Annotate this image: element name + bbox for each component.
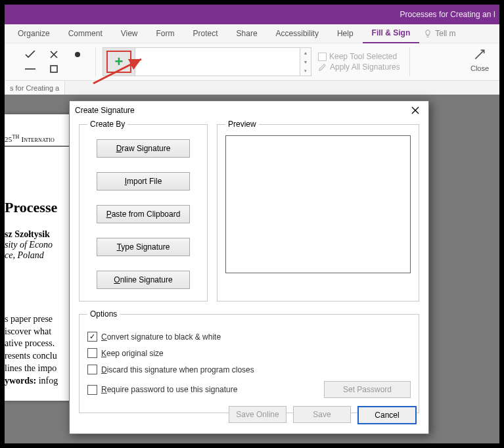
ribbon-options: Keep Tool Selected Apply All Signatures — [318, 52, 400, 72]
menu-fill-and-sign[interactable]: Fill & Sign — [363, 24, 420, 43]
discard-on-close-label: Discard this signature when program clos… — [101, 365, 254, 374]
lightbulb-icon — [423, 29, 432, 38]
keep-tool-selected[interactable]: Keep Tool Selected — [318, 52, 400, 61]
convert-bw-checkbox[interactable] — [87, 332, 97, 342]
apply-all-signatures[interactable]: Apply All Signatures — [318, 62, 400, 72]
mark-x-icon[interactable] — [48, 50, 60, 59]
keywords-text: infog — [36, 376, 58, 386]
dialog-close-button[interactable] — [407, 102, 423, 118]
apply-all-label: Apply All Signatures — [330, 62, 400, 72]
spinner-more-icon[interactable]: ▾ — [300, 66, 311, 76]
checkbox-icon — [318, 53, 327, 61]
menu-view[interactable]: View — [112, 24, 147, 43]
keep-tool-label: Keep Tool Selected — [329, 52, 397, 61]
type-signature-button[interactable]: Type Signature — [97, 238, 190, 256]
add-signature-highlight: + — [106, 51, 131, 73]
close-ribbon-icon — [467, 46, 493, 63]
tell-me-label: Tell m — [435, 29, 455, 38]
ribbon: + ▲ ▼ ▾ Keep Tool Selected Apply All Sig — [5, 43, 499, 81]
ribbon-separator-2 — [409, 47, 410, 76]
close-ribbon-label: Close — [467, 64, 493, 72]
page-header-num: 25 — [5, 135, 12, 143]
paste-from-clipboard-button[interactable]: Paste from Clipboard — [97, 205, 190, 223]
signature-preview-box — [225, 135, 411, 273]
mark-line-icon[interactable] — [24, 64, 36, 74]
svg-rect-2 — [51, 66, 57, 72]
create-by-group: Create By Draw Signature Import File Pas… — [79, 120, 208, 302]
menu-form[interactable]: Form — [147, 24, 184, 43]
mark-check-icon[interactable] — [24, 50, 36, 59]
menu-protect[interactable]: Protect — [184, 24, 227, 43]
save-online-button: Save Online — [229, 406, 286, 423]
require-password-checkbox[interactable] — [87, 385, 97, 395]
keywords-label: ywords: — [5, 376, 36, 386]
spinner-up-icon[interactable]: ▲ — [300, 48, 311, 57]
menu-comment[interactable]: Comment — [59, 24, 112, 43]
keep-original-size-checkbox[interactable] — [87, 348, 97, 358]
keep-original-size-label: Keep original size — [101, 349, 164, 358]
ribbon-separator — [95, 47, 96, 76]
add-signature-slot[interactable]: + — [103, 47, 135, 76]
dialog-title: Create Signature — [75, 106, 135, 115]
import-file-button[interactable]: Import File — [97, 172, 190, 190]
require-password-label: Require password to use this signature — [101, 385, 237, 394]
fill-marks-group — [24, 50, 83, 74]
options-legend: Options — [87, 309, 120, 319]
set-password-button: Set Password — [324, 381, 411, 398]
spinner-down-icon[interactable]: ▼ — [300, 57, 311, 66]
plus-icon: + — [115, 55, 124, 69]
preview-group: Preview — [217, 120, 419, 302]
cancel-button[interactable]: Cancel — [357, 406, 417, 424]
signature-gallery-strip[interactable] — [135, 47, 300, 76]
options-group: Options Convert signature to black & whi… — [79, 309, 419, 413]
dialog-titlebar: Create Signature — [70, 101, 428, 120]
pen-icon — [318, 62, 327, 72]
save-button: Save — [293, 406, 351, 423]
menu-accessibility[interactable]: Accessibility — [267, 24, 328, 43]
menu-bar: Organize Comment View Form Protect Share… — [5, 24, 499, 43]
ribbon-close-group[interactable]: Close — [467, 46, 493, 72]
tell-me[interactable]: Tell m — [423, 29, 455, 38]
window-title: Processes for Creating an I — [400, 10, 495, 19]
close-icon — [411, 106, 419, 114]
discard-on-close-checkbox[interactable] — [87, 365, 97, 374]
gallery-spinner[interactable]: ▲ ▼ ▾ — [300, 47, 311, 76]
draw-signature-button[interactable]: Draw Signature — [97, 139, 190, 158]
create-signature-dialog: Create Signature Create By Draw Signatur… — [69, 101, 429, 434]
page-header-text: Internatio — [19, 135, 55, 143]
menu-help[interactable]: Help — [328, 24, 363, 43]
signature-gallery: + ▲ ▼ ▾ — [103, 47, 311, 76]
menu-share[interactable]: Share — [227, 24, 267, 43]
document-tabs: s for Creating a — [5, 81, 499, 96]
convert-bw-label: Convert signature to black & white — [101, 332, 221, 342]
page-header-sup: TH — [12, 134, 19, 140]
title-bar: Processes for Creating an I — [5, 5, 499, 24]
document-tab[interactable]: s for Creating a — [5, 81, 65, 95]
svg-point-0 — [75, 52, 80, 57]
mark-dot-icon[interactable] — [72, 50, 83, 59]
mark-rect-icon[interactable] — [48, 64, 60, 74]
dialog-footer: Save Online Save Cancel — [229, 406, 417, 424]
preview-legend: Preview — [225, 120, 259, 129]
create-by-legend: Create By — [87, 120, 127, 129]
menu-organize[interactable]: Organize — [9, 24, 59, 43]
online-signature-button[interactable]: Online Signature — [97, 271, 190, 289]
